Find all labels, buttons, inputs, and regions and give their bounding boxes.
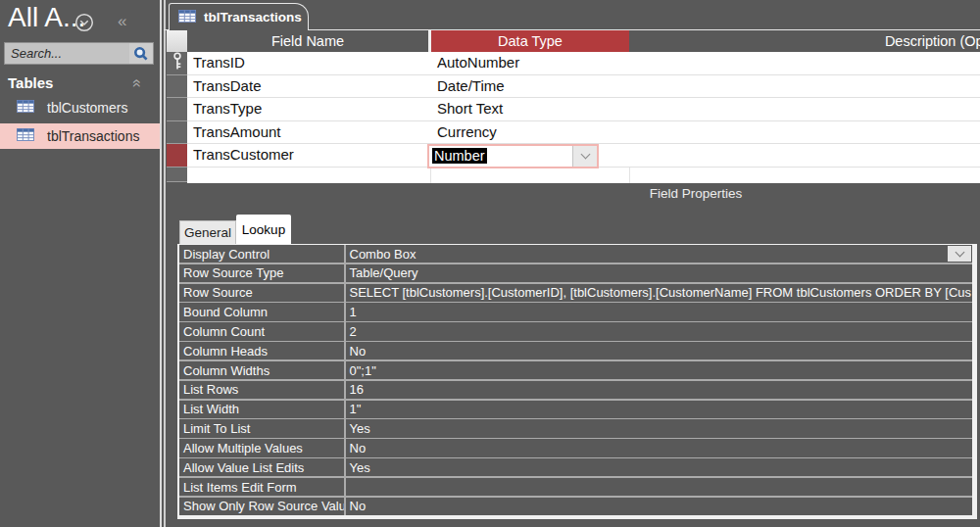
row-selector-transamount[interactable]	[167, 121, 187, 145]
column-header-description[interactable]: Description (Optional)	[630, 30, 980, 52]
data-type-cell[interactable]: AutoNumber	[437, 54, 519, 71]
property-value[interactable]: 1"	[346, 401, 973, 418]
property-row-column-heads: Column HeadsNo	[179, 342, 972, 359]
property-name[interactable]: Allow Value List Edits	[179, 458, 344, 476]
data-type-dropdown-button[interactable]	[572, 146, 597, 167]
pane-divider[interactable]	[160, 0, 162, 527]
field-row-transdate[interactable]: TransDateDate/Time	[187, 75, 980, 99]
property-value[interactable]: 1	[346, 303, 973, 320]
property-row-list-width: List Width1"	[179, 401, 972, 418]
property-row-row-source-type: Row Source TypeTable/Query	[179, 264, 972, 282]
tab-lookup[interactable]: Lookup	[236, 215, 291, 244]
property-value[interactable]	[346, 478, 973, 496]
field-properties-caption: Field Properties	[617, 186, 774, 201]
property-row-limit-to-list: Limit To ListYes	[179, 419, 972, 437]
data-type-cell[interactable]: Date/Time	[437, 77, 505, 94]
property-row-allow-multiple-values: Allow Multiple ValuesNo	[179, 439, 972, 456]
property-name[interactable]: Row Source Type	[179, 264, 344, 282]
row-selector-transdate[interactable]	[167, 75, 187, 99]
property-value[interactable]: 2	[346, 322, 973, 340]
property-name[interactable]: Bound Column	[179, 303, 344, 320]
access-window: All A... « Tables «	[0, 0, 980, 527]
property-value[interactable]: SELECT [tblCustomers].[CustomerID], [tbl…	[346, 284, 973, 302]
property-value[interactable]: No	[346, 342, 973, 359]
property-name[interactable]: Display Control	[179, 245, 344, 263]
property-name[interactable]: Column Heads	[179, 342, 344, 359]
column-header-data-type[interactable]: Data Type	[431, 30, 629, 52]
nav-group-label: Tables	[8, 74, 53, 91]
field-row-transamount[interactable]: TransAmountCurrency	[187, 121, 980, 145]
nav-items-list: tblCustomers tblTransactions	[0, 95, 160, 152]
document-tab-label: tblTransactions	[204, 10, 302, 24]
primary-key-icon	[172, 52, 182, 74]
property-row-display-control: Display ControlCombo Box	[179, 245, 972, 263]
property-sheet: Display ControlCombo BoxRow Source TypeT…	[177, 244, 977, 519]
data-type-cell[interactable]: Currency	[437, 123, 497, 140]
property-value[interactable]: Yes	[346, 458, 973, 476]
nav-item-label: tblCustomers	[47, 100, 127, 116]
field-row-transid[interactable]: TransIDAutoNumber	[187, 52, 980, 75]
property-name[interactable]: List Rows	[179, 381, 344, 399]
property-row-column-widths: Column Widths0";1"	[179, 361, 972, 379]
navigation-pane: All A... « Tables «	[0, 0, 160, 527]
grid-corner-cell[interactable]	[167, 30, 187, 52]
search-icon[interactable]	[129, 43, 153, 64]
property-name[interactable]: List Width	[179, 401, 344, 418]
tab-general[interactable]: General	[179, 220, 236, 244]
group-collapse-icon[interactable]: «	[128, 79, 146, 88]
row-selector-transcustomer[interactable]	[167, 144, 187, 168]
row-selector-transid-primary-key[interactable]	[167, 52, 187, 75]
field-name-cell[interactable]: TransDate	[193, 77, 261, 94]
chevron-down-icon	[580, 150, 590, 160]
data-type-selected-value: Number	[432, 148, 487, 164]
document-tab-tbltransactions[interactable]: tblTransactions	[169, 3, 309, 30]
property-row-bound-column: Bound Column1	[179, 303, 972, 320]
property-row-row-source: Row SourceSELECT [tblCustomers].[Custome…	[179, 284, 972, 302]
property-row-column-count: Column Count2	[179, 322, 972, 340]
property-name[interactable]: Column Widths	[179, 361, 344, 379]
property-dropdown-button[interactable]	[948, 246, 971, 262]
property-row-allow-value-list-edits: Allow Value List EditsYes	[179, 458, 972, 476]
field-name-cell[interactable]: TransCustomer	[193, 146, 294, 163]
data-type-combo[interactable]: Number	[427, 144, 599, 168]
property-value[interactable]: No	[346, 439, 973, 456]
property-row-list-items-edit-form: List Items Edit Form	[179, 478, 972, 496]
nav-group-tables[interactable]: Tables «	[0, 72, 160, 95]
row-selector-empty[interactable]	[167, 168, 187, 183]
table-icon	[17, 127, 34, 145]
shutter-bar-collapse-icon[interactable]: «	[118, 12, 126, 31]
nav-item-tblcustomers[interactable]: tblCustomers	[0, 95, 160, 120]
property-value[interactable]: 0";1"	[346, 361, 973, 379]
property-name[interactable]: Show Only Row Source Values	[179, 498, 344, 515]
table-icon	[178, 9, 196, 26]
nav-item-tbltransactions[interactable]: tblTransactions	[0, 123, 160, 149]
property-row-list-rows: List Rows16	[179, 381, 972, 399]
row-selector-transtype[interactable]	[167, 98, 187, 121]
property-value[interactable]: No	[346, 498, 973, 515]
column-header-field-name[interactable]: Field Name	[187, 30, 428, 52]
field-name-cell[interactable]: TransType	[193, 100, 262, 117]
property-name[interactable]: Column Count	[179, 322, 344, 340]
field-name-cell[interactable]: TransID	[193, 54, 245, 71]
property-value[interactable]: 16	[346, 381, 973, 399]
property-name[interactable]: Row Source	[179, 284, 344, 302]
property-name[interactable]: List Items Edit Form	[179, 478, 344, 496]
property-row-show-only-row-source-values: Show Only Row Source ValuesNo	[179, 498, 972, 515]
data-type-cell[interactable]: Short Text	[437, 100, 503, 117]
nav-search-box[interactable]	[4, 42, 154, 65]
property-name[interactable]: Allow Multiple Values	[179, 439, 344, 456]
field-name-cell[interactable]: TransAmount	[193, 123, 280, 140]
search-input[interactable]	[5, 43, 130, 64]
property-name[interactable]: Limit To List	[179, 419, 344, 437]
field-row-transtype[interactable]: TransTypeShort Text	[187, 98, 980, 121]
pane-divider-inner	[164, 0, 166, 527]
table-icon	[17, 99, 34, 117]
property-value[interactable]: Yes	[346, 419, 973, 437]
property-value[interactable]: Combo Box	[346, 245, 973, 263]
chevron-down-icon	[955, 248, 964, 258]
property-value[interactable]: Table/Query	[346, 264, 973, 282]
nav-item-label: tblTransactions	[47, 128, 139, 144]
nav-pane-menu-icon[interactable]	[74, 13, 94, 32]
